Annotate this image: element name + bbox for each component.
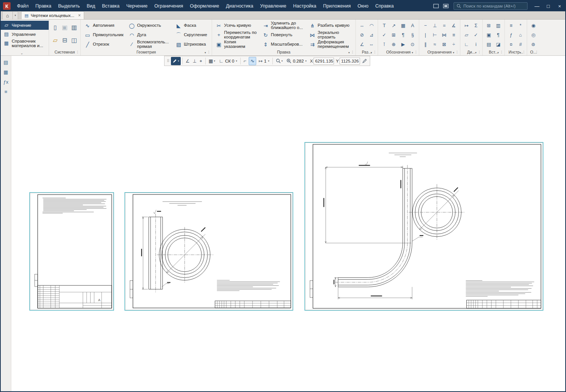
parallel-constraint-icon[interactable]: ∥ [421,40,430,49]
panel-materials[interactable]: ▦ Справочник материалов и... [1,39,49,48]
midpoint-constraint-icon[interactable]: ÷ [449,40,458,49]
variables-panel-icon[interactable]: ƒx [2,77,11,86]
group-options-icon[interactable]: ⋮ [500,49,503,55]
group-options-icon[interactable]: ⋮ [522,49,526,55]
group-options-icon[interactable]: ⋮ [351,49,354,55]
mass-properties-icon[interactable]: Σ [471,21,481,30]
maximize-button[interactable]: □ [543,1,554,11]
dropdown-caret-icon[interactable]: ▾ [236,60,237,63]
menu-window[interactable]: Окно [354,1,372,11]
home-caret-icon[interactable]: ▾ [13,11,18,19]
menu-management[interactable]: Управление [257,1,290,11]
menu-applications[interactable]: Приложения [320,1,354,11]
group-options-icon[interactable]: ⋮ [455,49,459,55]
vertical-constraint-icon[interactable]: | [421,30,430,40]
y-coordinate-field[interactable]: 1125.326 [340,58,360,64]
angular-dimension-icon[interactable]: ∠ [357,40,367,49]
dropdown-caret-icon[interactable]: ▾ [281,60,283,63]
tab-active-document[interactable]: ▤ Чертежи кольцевых... × [21,11,84,19]
group-expand-icon[interactable]: ▾ [371,50,372,55]
save-icon[interactable]: ▣ [60,21,69,34]
horizontal-constraint-icon[interactable]: − [421,21,430,30]
symmetric-constraint-icon[interactable]: ⋈ [440,30,449,40]
snap-center-toggle[interactable]: ⌖ [198,57,204,65]
macros-icon[interactable]: * [516,21,525,30]
scale-button[interactable]: ⇕ Масштабиров... [260,40,307,49]
open-document-icon[interactable]: ▱ [51,34,60,46]
group-options-icon[interactable]: ⋮ [414,49,418,55]
radial-dimension-icon[interactable]: ◠ [367,21,376,30]
ortho-drawing-toggle[interactable]: ∿ [249,57,256,65]
marker-icon[interactable]: ⊙ [408,40,417,49]
rounding-toggle[interactable]: ⌐ [242,57,248,65]
section-line-icon[interactable]: § [408,30,417,40]
menu-diagnostics[interactable]: Диагностика [223,1,257,11]
rectangle-button[interactable]: ▭ Прямоугольник [82,30,126,40]
screen-capture-icon[interactable] [441,3,450,9]
arc-button[interactable]: ◠ Дуга [126,30,173,40]
tolerance-frame-icon[interactable]: ⊞ [389,30,398,40]
segment-button[interactable]: ╱ Отрезок [82,40,126,49]
insert-fragment-icon[interactable]: ▣ [484,30,494,40]
snap-settings-button[interactable]: ▾ [171,57,181,65]
apps-options-icon[interactable]: ⊚ [529,40,538,49]
chain-dimension-icon[interactable]: ⇔ [367,40,376,49]
save-as-icon[interactable]: ◫ [69,34,79,46]
insert-picture-icon[interactable]: ◪ [494,40,503,49]
interface-layout-icon[interactable] [432,3,440,9]
check-drawing-icon[interactable]: ✓ [471,30,481,40]
menu-settings[interactable]: Настройка [290,1,320,11]
coincident-constraint-icon[interactable]: ≈ [430,40,440,49]
coordinate-system-button[interactable]: ∟ СК 0 ▾ [217,57,238,65]
measure-angle-icon[interactable]: ∟ [462,40,471,49]
menu-view[interactable]: Вид [83,1,99,11]
collinear-constraint-icon[interactable]: ≡ [449,30,458,40]
chamfer-button[interactable]: ◣ Фаска [173,21,210,30]
drawing-canvas[interactable]: ⠿ ▾ ∠⊥⌖ ▦ ▾ ∟ СК 0 ▾ [11,56,565,391]
menu-edit[interactable]: Правка [32,1,55,11]
snap-angle-toggle[interactable]: ∠ [184,57,191,65]
group-expand-icon[interactable]: ▾ [205,50,206,55]
zoom-scale-button[interactable]: 0.282 ▾ [285,57,308,65]
panel-drafting[interactable]: ▱ Черчение [1,21,49,30]
equal-constraint-icon[interactable]: = [440,21,449,30]
rotate-button[interactable]: ↻ Повернуть [260,30,307,40]
menu-formatting[interactable]: Оформление [186,1,223,11]
measure-area-icon[interactable]: ▱ [462,30,471,40]
circle-button[interactable]: ◯ Окружность [126,21,173,30]
new-document-icon[interactable]: ▯ [51,21,60,34]
drawing-sheet-3[interactable] [305,142,543,311]
drawing-sheet-1[interactable]: А [29,192,114,311]
text-label-icon[interactable]: T [380,21,389,30]
dropdown-caret-icon[interactable]: ▾ [178,60,179,63]
hatch-button[interactable]: ▨ Штриховка [173,40,210,49]
command-search-input[interactable]: Поиск по командам (Alt+/) [454,2,528,10]
dropdown-caret-icon[interactable]: ▾ [305,60,307,63]
measure-distance-icon[interactable]: ↦ [462,21,471,30]
document-tree-icon[interactable]: ▤ [2,58,11,67]
menu-insert[interactable]: Вставка [98,1,123,11]
fix-constraint-icon[interactable]: ⊠ [440,40,449,49]
linear-dimension-icon[interactable]: ↔ [357,21,367,30]
variables-icon[interactable]: ƒ [506,30,516,40]
autoline-button[interactable]: ∿ Автолиния [82,21,126,30]
info-icon[interactable]: i [471,40,481,49]
menu-file[interactable]: Файл [14,1,32,11]
toolbar-drag-handle[interactable]: ⠿ [166,59,170,63]
leader-icon[interactable]: ↗ [389,21,398,30]
view-arrow-icon[interactable]: ▶ [398,40,408,49]
view-label-icon[interactable]: A [408,21,417,30]
copy-by-indication-button[interactable]: ▣ Копия указанием [214,40,260,49]
print-preview-icon[interactable]: ▥ [69,21,79,34]
center-mark-icon[interactable]: ⊕ [389,40,398,49]
trim-curve-button[interactable]: ✂ Усечь кривую [214,21,260,30]
group-options-icon[interactable]: ⋮ [76,49,79,55]
group-options-icon[interactable]: ⋮ [207,49,211,55]
insert-text-icon[interactable]: ¶ [494,30,503,40]
group-options-icon[interactable]: ⋮ [478,49,481,55]
share-icon[interactable]: ◎ [529,30,538,40]
diameter-dimension-icon[interactable]: ⊘ [357,30,367,40]
roughness-icon[interactable]: ✓ [380,30,389,40]
cursor-step-button[interactable]: ↦ 1 ▾ [257,57,271,65]
group-expand-icon[interactable]: ▾ [475,50,477,55]
